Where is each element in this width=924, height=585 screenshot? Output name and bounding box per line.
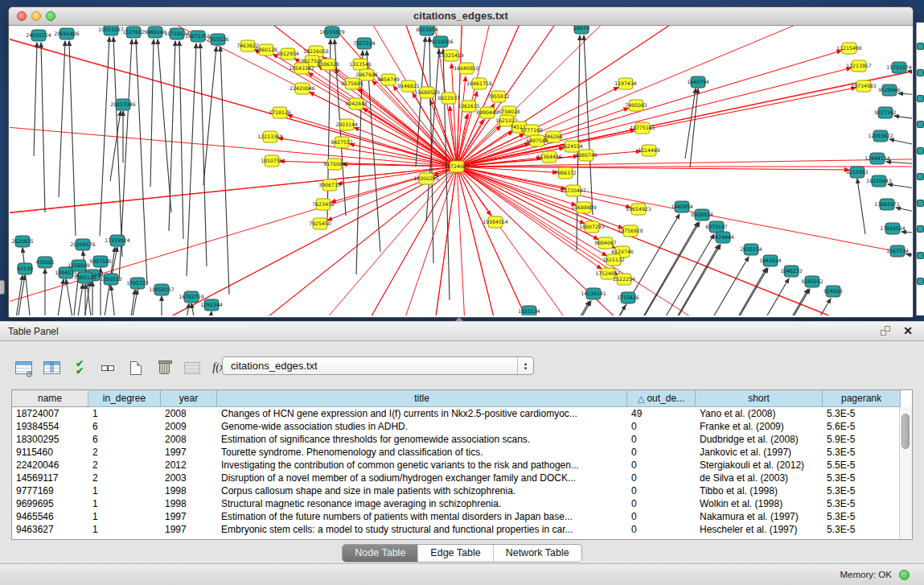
graph-node[interactable]: 19654923 [626, 204, 651, 215]
table-settings-button[interactable]: ⚙ [13, 357, 34, 378]
graph-edge[interactable] [708, 289, 808, 315]
graph-node[interactable]: 7857224 [353, 38, 376, 49]
graph-node[interactable]: 9529966 [878, 84, 901, 96]
tab-edge-table[interactable]: Edge Table [418, 545, 493, 562]
graph-edge[interactable] [150, 39, 154, 187]
graph-node[interactable]: 12213369 [257, 131, 283, 142]
column-header-out_de[interactable]: △out_de... [627, 390, 696, 407]
graph-edge[interactable] [652, 234, 714, 315]
graph-node[interactable]: 20053346 [110, 99, 136, 110]
row-height-button[interactable] [97, 357, 118, 378]
graph-edge[interactable] [17, 275, 25, 315]
table-row[interactable]: 911546021997Tourette syndrome. Phenomeno… [12, 446, 912, 459]
graph-edge[interactable] [443, 49, 450, 300]
graph-node[interactable]: 8427552 [331, 137, 353, 148]
graph-edge[interactable] [72, 284, 83, 315]
graph-edge[interactable] [10, 100, 457, 167]
graph-edge[interactable] [896, 208, 912, 222]
graph-edge[interactable] [457, 167, 623, 229]
graph-edge[interactable] [894, 116, 912, 126]
network-window[interactable]: citations_edges.txt 24055724206914061055… [8, 6, 914, 318]
graph-node[interactable]: 16210643 [866, 175, 892, 187]
graph-node[interactable] [917, 121, 924, 128]
graph-node[interactable] [917, 95, 924, 102]
graph-node[interactable]: 17016504 [880, 223, 906, 234]
table-row[interactable]: 1830029562008Estimation of significance … [12, 433, 912, 446]
graph-edge[interactable] [203, 311, 211, 315]
graph-edge[interactable] [158, 39, 171, 212]
graph-node[interactable]: 1440954 [671, 201, 693, 212]
table-row[interactable]: 969969511998Structural magnetic resonanc… [12, 497, 912, 510]
graph-node[interactable]: 1080749 [575, 150, 598, 161]
graph-edge[interactable] [10, 26, 457, 167]
graph-node[interactable]: 26874 [573, 26, 589, 34]
column-header-short[interactable]: short [696, 390, 823, 407]
graph-node[interactable]: 1514469 [638, 145, 660, 156]
graph-edge[interactable] [10, 26, 457, 167]
graph-node[interactable]: 1795722 [126, 278, 149, 289]
graph-edge[interactable] [889, 139, 912, 154]
graph-node[interactable]: 19756928 [618, 225, 643, 237]
graph-edge[interactable] [886, 162, 912, 167]
delete-rows-button[interactable] [154, 357, 175, 378]
graph-edge[interactable] [59, 41, 65, 197]
graph-node[interactable] [917, 278, 924, 285]
graph-node[interactable]: 7955812 [487, 91, 510, 102]
graph-node[interactable]: 10553287 [98, 26, 124, 35]
network-canvas[interactable]: 2405572420691406105532871527602946616010… [10, 26, 912, 315]
graph-node[interactable]: 8813054 [416, 26, 438, 35]
graph-node[interactable]: 14136141 [581, 288, 606, 299]
graph-edge[interactable] [12, 275, 23, 315]
graph-node[interactable]: 1648794 [687, 76, 709, 88]
column-header-in_degree[interactable]: in_degree [88, 390, 161, 407]
window-titlebar[interactable]: citations_edges.txt [9, 7, 913, 26]
table-row[interactable]: 977716911998Corpus callosum shape and si… [12, 484, 912, 497]
graph-node[interactable]: 8186328 [317, 59, 339, 70]
graph-node[interactable]: 8454749 [377, 74, 400, 85]
graph-node[interactable]: 7915526 [207, 34, 229, 45]
graph-edge[interactable] [888, 184, 912, 194]
graph-node[interactable]: 2935154 [740, 244, 762, 255]
column-header-title[interactable]: title [217, 390, 627, 407]
graph-node[interactable]: 8990448 [476, 107, 499, 118]
graph-node[interactable]: 10958107 [149, 284, 175, 295]
column-header-year[interactable]: year [161, 390, 217, 407]
graph-edge[interactable] [220, 47, 229, 295]
graph-node[interactable] [917, 200, 924, 207]
column-header-pagerank[interactable]: pagerank [823, 390, 901, 407]
graph-node[interactable]: 7925450 [309, 218, 331, 229]
table-row[interactable]: 1938455462009Genome-wide association stu… [12, 420, 912, 433]
graph-node[interactable]: 24055724 [26, 30, 51, 41]
graph-edge[interactable] [308, 72, 457, 167]
graph-node[interactable] [917, 173, 924, 180]
graph-edge[interactable] [10, 26, 457, 167]
graph-node[interactable]: 1350513 [100, 274, 122, 285]
graph-node[interactable]: 18807293 [579, 221, 605, 233]
graph-node[interactable]: 6879197 [705, 221, 728, 233]
tab-node-table[interactable]: Node Table [343, 545, 418, 562]
table-row[interactable]: 1456911722003Disruption of a novel membe… [12, 472, 912, 484]
graph-node[interactable]: 8912954 [277, 48, 299, 60]
graph-node[interactable]: 8938924 [691, 209, 713, 220]
graph-edge[interactable] [564, 305, 626, 315]
graph-node[interactable]: 19384554 [483, 216, 508, 228]
graph-edge[interactable] [34, 43, 37, 156]
graph-node[interactable]: 12444134 [864, 153, 890, 164]
graph-node[interactable]: 15720407 [561, 185, 586, 196]
graph-edge[interactable] [136, 39, 147, 284]
graph-edge[interactable] [338, 167, 457, 184]
graph-node[interactable]: 1615132 [602, 254, 625, 266]
graph-node[interactable]: 18300295 [413, 173, 439, 184]
scrollbar-thumb[interactable] [901, 414, 910, 449]
panel-collapse-handle[interactable] [0, 280, 5, 295]
graph-edge[interactable] [666, 268, 766, 315]
float-panel-icon[interactable] [881, 326, 892, 337]
graph-edge[interactable] [898, 93, 912, 98]
graph-edge[interactable] [10, 26, 457, 167]
graph-node[interactable]: 2803144 [335, 119, 358, 130]
graph-node[interactable]: 1810755 [261, 155, 283, 167]
graph-edge[interactable] [203, 47, 216, 185]
graph-node[interactable]: 16961758 [466, 78, 492, 89]
graph-node[interactable]: 9245012 [801, 276, 823, 287]
graph-node[interactable]: 1733426 [617, 292, 639, 303]
